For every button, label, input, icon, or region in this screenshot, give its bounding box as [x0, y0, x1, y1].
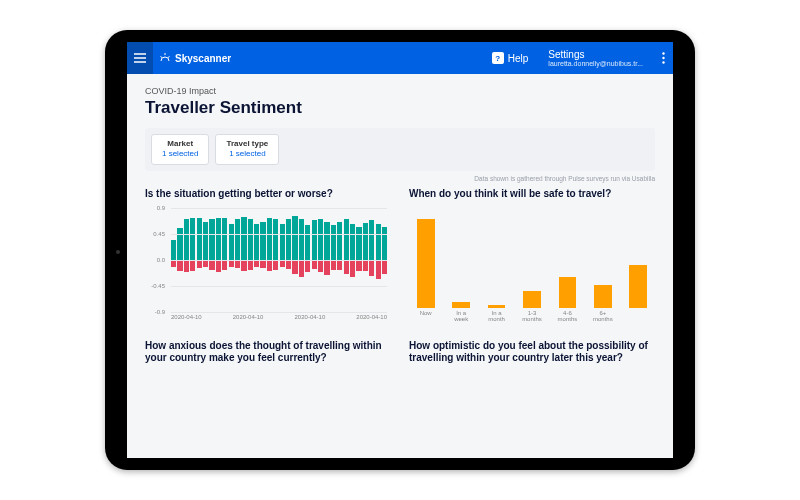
breadcrumb: COVID-19 Impact — [145, 86, 655, 96]
safe-xtick: In a week — [448, 310, 473, 326]
safe-xtick — [626, 310, 651, 326]
content: COVID-19 Impact Traveller Sentiment Mark… — [127, 74, 673, 458]
filter-travel-type[interactable]: Travel type 1 selected — [215, 134, 279, 165]
safe-bar — [559, 277, 577, 308]
chart-anxious: How anxious does the thought of travelli… — [145, 340, 391, 372]
svg-line-2 — [168, 57, 170, 58]
sentiment-ytick: 0.0 — [145, 257, 165, 263]
safe-bar — [452, 302, 470, 308]
help-button[interactable]: ? Help — [482, 42, 539, 74]
filter-market-label: Market — [162, 139, 198, 149]
page-title: Traveller Sentiment — [145, 98, 655, 118]
sentiment-ytick: -0.9 — [145, 309, 165, 315]
chart-sentiment-title: Is the situation getting better or worse… — [145, 188, 391, 202]
tablet-camera — [116, 250, 120, 254]
safe-xtick: 4-6 months — [555, 310, 580, 326]
overflow-menu-button[interactable] — [653, 52, 673, 64]
safe-xtick: Now — [413, 310, 438, 326]
chart-optimistic: How optimistic do you feel about the pos… — [409, 340, 655, 372]
tablet-frame: Skyscanner ? Help Settings lauretta.donn… — [105, 30, 695, 470]
help-icon: ? — [492, 52, 504, 64]
safe-xtick: 1-3 months — [519, 310, 544, 326]
svg-line-1 — [161, 57, 163, 58]
filter-bar: Market 1 selected Travel type 1 selected — [145, 128, 655, 171]
sentiment-xtick: 2020-04-10 — [356, 314, 387, 326]
sentiment-ytick: 0.45 — [145, 231, 165, 237]
app-screen: Skyscanner ? Help Settings lauretta.donn… — [127, 42, 673, 458]
chart-safe-plot: NowIn a weekIn a month1-3 months4-6 mont… — [409, 208, 655, 326]
settings-label: Settings — [548, 49, 643, 60]
safe-bar — [629, 265, 647, 308]
svg-point-4 — [662, 57, 664, 59]
filter-market[interactable]: Market 1 selected — [151, 134, 209, 165]
chart-sentiment: Is the situation getting better or worse… — [145, 188, 391, 326]
chart-optimistic-title: How optimistic do you feel about the pos… — [409, 340, 655, 366]
brand-sun-icon — [159, 52, 171, 64]
menu-button[interactable] — [127, 42, 153, 74]
sentiment-ytick: 0.9 — [145, 205, 165, 211]
settings-button[interactable]: Settings lauretta.donnelly@nubibus.tr... — [538, 49, 653, 68]
sentiment-xtick: 2020-04-10 — [295, 314, 326, 326]
sentiment-xtick: 2020-04-10 — [171, 314, 202, 326]
filter-travel-type-selected: 1 selected — [226, 149, 268, 159]
sentiment-xtick: 2020-04-10 — [233, 314, 264, 326]
chart-anxious-title: How anxious does the thought of travelli… — [145, 340, 391, 366]
safe-bar — [417, 219, 435, 307]
data-disclaimer: Data shown is gathered through Pulse sur… — [145, 175, 655, 182]
safe-xtick: 6+ months — [590, 310, 615, 326]
help-label: Help — [508, 53, 529, 64]
filter-market-selected: 1 selected — [162, 149, 198, 159]
kebab-icon — [662, 52, 665, 64]
svg-point-3 — [662, 52, 664, 54]
safe-bar — [488, 305, 506, 308]
hamburger-icon — [134, 53, 146, 63]
safe-bar — [523, 291, 541, 308]
settings-email: lauretta.donnelly@nubibus.tr... — [548, 60, 643, 68]
safe-xtick: In a month — [484, 310, 509, 326]
svg-point-5 — [662, 61, 664, 63]
brand[interactable]: Skyscanner — [153, 52, 231, 64]
sentiment-ytick: -0.45 — [145, 283, 165, 289]
filter-travel-type-label: Travel type — [226, 139, 268, 149]
chart-safe: When do you think it will be safe to tra… — [409, 188, 655, 326]
brand-label: Skyscanner — [175, 53, 231, 64]
chart-safe-title: When do you think it will be safe to tra… — [409, 188, 655, 202]
top-bar: Skyscanner ? Help Settings lauretta.donn… — [127, 42, 673, 74]
chart-sentiment-plot: 0.90.450.0-0.45-0.9 2020-04-102020-04-10… — [145, 208, 391, 326]
safe-bar — [594, 285, 612, 308]
